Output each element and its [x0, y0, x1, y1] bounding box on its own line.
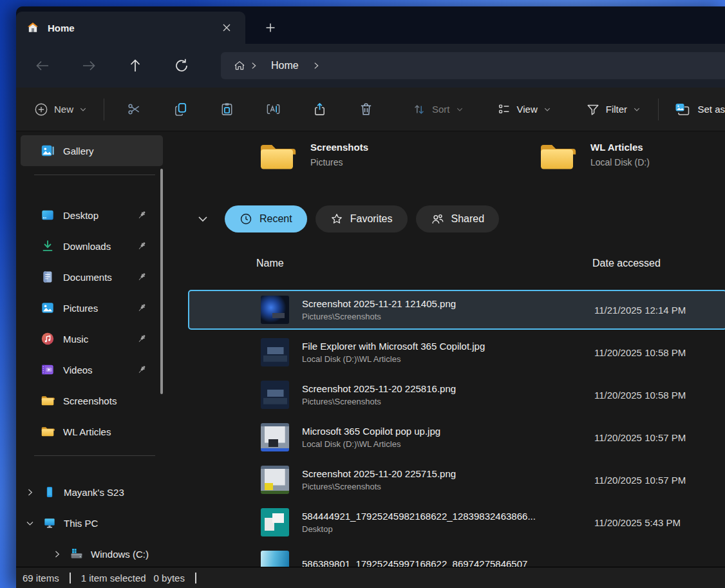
sidebar-item-downloads[interactable]: Downloads: [16, 231, 171, 261]
file-date: 11/21/2025 12:14 PM: [594, 305, 686, 316]
new-button-label: New: [54, 104, 73, 115]
sidebar-item-this-pc[interactable]: This PC: [16, 507, 171, 538]
sidebar-item-screenshots[interactable]: Screenshots: [16, 385, 171, 416]
pill-label: Favorites: [350, 213, 393, 225]
paste-icon[interactable]: [212, 96, 241, 123]
file-row[interactable]: Screenshot 2025-11-20 225715.png Picture…: [188, 460, 725, 500]
file-name: File Explorer with Microsoft 365 Copilot…: [302, 341, 485, 352]
sidebar-item-videos[interactable]: Videos: [16, 354, 171, 385]
desktop-icon: [41, 208, 55, 222]
breadcrumb-home-icon[interactable]: [234, 60, 245, 71]
forward-icon[interactable]: [80, 57, 97, 74]
cut-icon[interactable]: [120, 96, 148, 123]
sidebar-item-documents[interactable]: Documents: [16, 261, 171, 292]
chevron-right-icon[interactable]: [50, 550, 64, 558]
sidebar-item-label: Windows (C:): [91, 549, 149, 560]
breadcrumb-home[interactable]: Home: [271, 60, 299, 71]
delete-icon[interactable]: [352, 96, 380, 123]
address-bar[interactable]: Home: [221, 52, 725, 79]
file-explorer-window: Home: [16, 6, 725, 588]
people-icon: [431, 213, 444, 226]
new-button[interactable]: New: [24, 95, 97, 124]
tab-close-icon[interactable]: [217, 18, 236, 37]
file-row[interactable]: 586389801_17925245997168622_869742758465…: [188, 545, 725, 567]
sidebar-item-music[interactable]: Music: [16, 323, 171, 354]
section-collapse-chevron-icon[interactable]: [196, 213, 209, 225]
recent-files-list: Screenshot 2025-11-21 121405.png Picture…: [171, 276, 725, 567]
file-row[interactable]: Screenshot 2025-11-20 225816.png Picture…: [188, 375, 725, 415]
drive-icon: [70, 547, 83, 560]
filter-icon: [586, 102, 600, 117]
pin-icon: [137, 210, 147, 221]
file-date: 11/20/2025 10:57 PM: [594, 432, 686, 443]
file-path: Local Disk (D:)\WL Articles: [302, 354, 485, 364]
share-icon[interactable]: [305, 96, 334, 123]
sidebar-scrollbar[interactable]: [160, 169, 163, 394]
gallery-icon: [41, 144, 55, 158]
sidebar-item-wl-articles[interactable]: WL Articles: [16, 416, 171, 447]
tab-title: Home: [48, 23, 217, 33]
rename-icon[interactable]: [259, 96, 287, 123]
file-path: Pictures\Screenshots: [302, 482, 456, 491]
folder-icon: [538, 140, 576, 173]
status-divider: [195, 573, 196, 583]
star-icon: [330, 213, 343, 225]
file-thumbnail: [261, 423, 289, 451]
view-menu[interactable]: View: [488, 95, 560, 124]
chevron-down-icon[interactable]: [23, 519, 37, 527]
file-name: Screenshot 2025-11-20 225816.png: [302, 383, 456, 394]
set-as-button[interactable]: Set as: [665, 95, 725, 124]
chevron-right-icon[interactable]: [312, 61, 321, 70]
file-row[interactable]: File Explorer with Microsoft 365 Copilot…: [188, 332, 725, 372]
file-path: Local Disk (D:)\WL Articles: [302, 439, 440, 449]
documents-icon: [41, 270, 55, 284]
folder-tile-wl-articles[interactable]: WL Articles Local Disk (D:): [538, 140, 650, 173]
file-row[interactable]: 584444921_17925245982168622_128398324638…: [188, 502, 725, 542]
column-header-name[interactable]: Name: [256, 258, 284, 269]
sidebar-item-label: Pictures: [63, 303, 98, 314]
list-header: Name Date accessed: [171, 240, 725, 276]
home-icon: [26, 21, 39, 34]
chevron-down-icon: [633, 106, 641, 113]
sidebar-item-windows-c[interactable]: Windows (C:): [16, 538, 171, 567]
pill-favorites[interactable]: Favorites: [315, 205, 408, 232]
sidebar-item-desktop[interactable]: Desktop: [16, 200, 171, 231]
sidebar-item-phone[interactable]: Mayank's S23: [16, 477, 171, 507]
pill-shared[interactable]: Shared: [416, 205, 500, 232]
folder-icon: [258, 140, 296, 173]
folder-tile-screenshots[interactable]: Screenshots Pictures: [258, 140, 368, 173]
sort-menu[interactable]: Sort: [403, 95, 473, 124]
pin-icon: [137, 303, 147, 314]
status-bar: 69 items 1 item selected 0 bytes: [16, 567, 725, 588]
pin-icon: [137, 241, 147, 252]
sidebar-item-pictures[interactable]: Pictures: [16, 292, 171, 323]
file-thumbnail: [261, 551, 289, 567]
filter-menu[interactable]: Filter: [577, 95, 650, 124]
chevron-right-icon[interactable]: [23, 488, 37, 497]
clock-icon: [240, 213, 252, 225]
file-date: 11/20/2025 10:58 PM: [594, 390, 686, 401]
file-name: 586389801_17925245997168622_869742758465…: [302, 558, 527, 567]
view-label: View: [517, 104, 538, 115]
pill-recent[interactable]: Recent: [225, 205, 307, 232]
column-header-date[interactable]: Date accessed: [592, 258, 661, 269]
pill-label: Shared: [451, 213, 485, 225]
new-tab-button[interactable]: [259, 17, 281, 39]
file-path: Pictures\Screenshots: [302, 397, 456, 406]
file-path: Desktop: [302, 524, 536, 534]
refresh-icon[interactable]: [173, 57, 190, 74]
file-row[interactable]: Microsoft 365 Copilot pop up.jpg Local D…: [188, 417, 725, 457]
copy-icon[interactable]: [166, 96, 194, 123]
tab-home[interactable]: Home: [16, 12, 245, 44]
videos-icon: [41, 363, 55, 377]
file-name: Screenshot 2025-11-21 121405.png: [302, 298, 456, 309]
sidebar-item-gallery[interactable]: Gallery: [21, 135, 163, 166]
set-as-label: Set as: [697, 104, 725, 115]
sidebar-item-label: Videos: [63, 365, 93, 375]
pin-icon: [137, 334, 147, 345]
this-pc-icon: [43, 517, 56, 529]
back-icon[interactable]: [34, 57, 51, 74]
file-row[interactable]: Screenshot 2025-11-21 121405.png Picture…: [188, 290, 725, 330]
up-icon[interactable]: [127, 57, 144, 74]
pin-icon: [137, 365, 147, 375]
